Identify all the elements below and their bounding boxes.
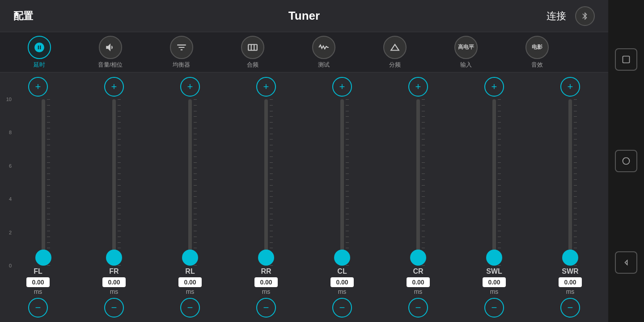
channel-label-FL: FL bbox=[34, 267, 42, 275]
minus-btn-CL[interactable]: − bbox=[332, 298, 352, 318]
delay-icon bbox=[28, 36, 51, 59]
value-box-CL[interactable]: 0.00 bbox=[330, 277, 354, 287]
track-CR[interactable] bbox=[416, 99, 420, 266]
ms-label-RL: ms bbox=[186, 288, 195, 295]
ms-label-SWR: ms bbox=[566, 288, 575, 295]
minus-btn-SWL[interactable]: − bbox=[484, 298, 504, 318]
ms-label-CL: ms bbox=[338, 288, 347, 295]
android-back-btn[interactable] bbox=[615, 251, 637, 274]
scale-mark-6: 6 bbox=[9, 163, 12, 169]
channel-label-CR: CR bbox=[413, 267, 423, 275]
slider-thumb-SWL[interactable] bbox=[486, 250, 502, 266]
minus-btn-RL[interactable]: − bbox=[180, 298, 200, 318]
minus-btn-CR[interactable]: − bbox=[408, 298, 428, 318]
tab-test[interactable]: 测试 bbox=[289, 34, 358, 70]
channel-col-SWR: +SWR0.00ms− bbox=[532, 77, 608, 318]
tab-eq[interactable]: 均衡器 bbox=[147, 34, 216, 70]
plus-btn-FR[interactable]: + bbox=[104, 77, 124, 97]
track-RR[interactable] bbox=[264, 99, 268, 266]
slider-thumb-RR[interactable] bbox=[258, 250, 274, 266]
value-box-CR[interactable]: 0.00 bbox=[407, 277, 430, 287]
tab-delay[interactable]: 延时 bbox=[4, 34, 74, 70]
channel-col-CR: +CR0.00ms− bbox=[380, 77, 456, 318]
track-FL[interactable] bbox=[42, 99, 45, 266]
minus-btn-RR[interactable]: − bbox=[256, 298, 276, 318]
effects-icon: 电影 bbox=[525, 36, 549, 59]
tab-effects[interactable]: 电影 音效 bbox=[502, 34, 572, 70]
svg-point-5 bbox=[623, 157, 630, 164]
slider-thumb-CR[interactable] bbox=[410, 250, 426, 266]
tab-freq[interactable]: 分频 bbox=[360, 34, 429, 70]
ms-label-RR: ms bbox=[262, 288, 271, 295]
value-box-FL[interactable]: 0.00 bbox=[26, 277, 50, 287]
tab-eq-label: 均衡器 bbox=[173, 61, 190, 69]
track-SWL[interactable] bbox=[492, 99, 496, 266]
sliders-area: +1086420FL0.00ms−+FR0.00ms−+RL0.00ms−+RR… bbox=[0, 72, 608, 322]
plus-btn-RL[interactable]: + bbox=[180, 77, 200, 97]
track-CL[interactable] bbox=[340, 99, 344, 266]
channel-col-RL: +RL0.00ms− bbox=[152, 77, 228, 318]
scale-mark-8: 8 bbox=[9, 130, 12, 135]
android-home-btn[interactable] bbox=[615, 150, 637, 172]
value-box-SWR[interactable]: 0.00 bbox=[559, 277, 582, 287]
channel-label-CL: CL bbox=[337, 267, 347, 275]
tab-volume-label: 音量/相位 bbox=[98, 61, 123, 69]
bluetooth-icon[interactable] bbox=[575, 6, 595, 26]
plus-btn-SWL[interactable]: + bbox=[484, 77, 504, 97]
plus-btn-SWR[interactable]: + bbox=[560, 77, 580, 97]
plus-btn-RR[interactable]: + bbox=[256, 77, 276, 97]
android-square-btn[interactable] bbox=[615, 48, 637, 71]
ms-label-FR: ms bbox=[110, 288, 119, 295]
input-icon: 高电平 bbox=[454, 36, 478, 59]
track-SWR[interactable] bbox=[568, 99, 572, 266]
channel-label-RR: RR bbox=[261, 267, 271, 275]
scale-mark-2: 2 bbox=[9, 230, 12, 235]
crossover-icon bbox=[241, 36, 264, 59]
scale-mark-4: 4 bbox=[9, 196, 12, 202]
value-box-RR[interactable]: 0.00 bbox=[254, 277, 278, 287]
plus-btn-CL[interactable]: + bbox=[332, 77, 352, 97]
track-FR[interactable] bbox=[112, 99, 116, 266]
plus-btn-CR[interactable]: + bbox=[408, 77, 428, 97]
svg-marker-6 bbox=[625, 260, 627, 265]
ms-label-CR: ms bbox=[414, 288, 423, 295]
tab-volume[interactable]: 音量/相位 bbox=[76, 34, 145, 70]
channel-col-SWL: +SWL0.00ms− bbox=[456, 77, 532, 318]
nav-tabs: 延时 音量/相位 均衡器 bbox=[0, 32, 608, 72]
value-box-SWL[interactable]: 0.00 bbox=[483, 277, 506, 287]
slider-thumb-FR[interactable] bbox=[106, 250, 122, 266]
connect-button[interactable]: 连接 bbox=[547, 9, 566, 23]
plus-btn-FL[interactable]: + bbox=[28, 77, 48, 97]
tab-crossover[interactable]: 合频 bbox=[218, 34, 287, 70]
channel-col-CL: +CL0.00ms− bbox=[304, 77, 380, 318]
slider-thumb-RL[interactable] bbox=[182, 250, 198, 266]
tab-input[interactable]: 高电平 输入 bbox=[431, 34, 500, 70]
channel-col-FR: +FR0.00ms− bbox=[76, 77, 152, 318]
freq-icon bbox=[383, 36, 407, 59]
channel-label-SWR: SWR bbox=[562, 267, 578, 275]
track-RL[interactable] bbox=[188, 99, 192, 266]
minus-btn-SWR[interactable]: − bbox=[560, 298, 580, 318]
config-button[interactable]: 配置 bbox=[13, 9, 103, 23]
channel-col-FL: +1086420FL0.00ms− bbox=[0, 77, 76, 318]
channel-label-FR: FR bbox=[109, 267, 119, 275]
svg-rect-0 bbox=[248, 44, 257, 50]
minus-btn-FR[interactable]: − bbox=[104, 298, 124, 318]
value-box-FR[interactable]: 0.00 bbox=[102, 277, 126, 287]
channel-col-RR: +RR0.00ms− bbox=[228, 77, 304, 318]
slider-thumb-FL[interactable] bbox=[35, 250, 51, 266]
page-title: Tuner bbox=[288, 9, 320, 23]
tab-input-label: 输入 bbox=[460, 61, 472, 69]
volume-icon bbox=[99, 36, 122, 59]
slider-thumb-SWR[interactable] bbox=[562, 250, 578, 266]
eq-icon bbox=[170, 36, 193, 59]
svg-rect-4 bbox=[623, 56, 630, 63]
value-box-RL[interactable]: 0.00 bbox=[178, 277, 202, 287]
svg-marker-3 bbox=[391, 44, 398, 50]
main-area: 配置 Tuner 连接 延时 bbox=[0, 0, 608, 322]
minus-btn-FL[interactable]: − bbox=[28, 298, 48, 318]
scale-mark-0: 0 bbox=[9, 263, 12, 268]
slider-thumb-CL[interactable] bbox=[334, 250, 350, 266]
android-sidebar bbox=[608, 0, 644, 322]
ms-label-FL: ms bbox=[34, 288, 42, 295]
